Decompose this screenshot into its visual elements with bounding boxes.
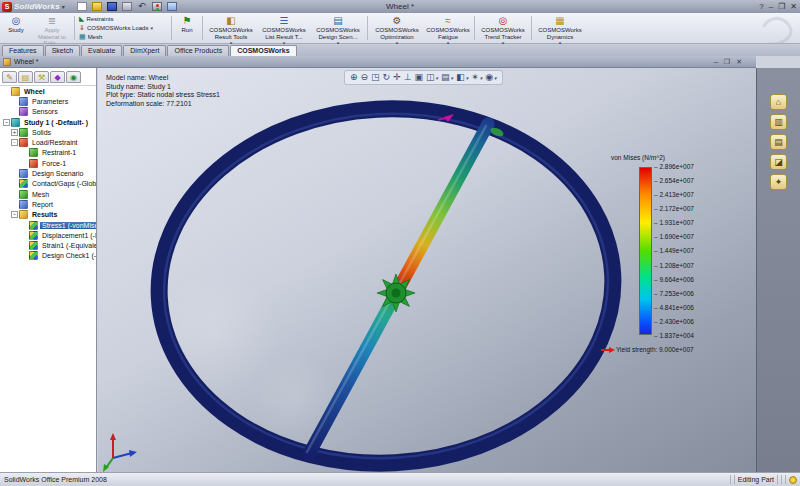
- file-explorer-icon: ▤: [774, 137, 783, 147]
- normal-to-icon[interactable]: ⊥: [404, 71, 412, 84]
- appearance-icon[interactable]: ✶: [471, 71, 479, 84]
- propertymanager-tab[interactable]: ▤: [18, 71, 33, 83]
- tree-item-contact-gaps[interactable]: Contact/Gaps (-Global: Bo: [0, 179, 96, 189]
- cosmosworks-loads-button[interactable]: ⇓ COSMOSWorks Loads ▾: [79, 24, 167, 33]
- doc-close-button[interactable]: ✕: [736, 58, 742, 66]
- tree-item-parameters[interactable]: Parameters: [0, 96, 96, 106]
- design-library-button[interactable]: ▥: [770, 114, 787, 130]
- chevron-down-icon[interactable]: ▾: [436, 75, 439, 81]
- chevron-down-icon[interactable]: ▾: [480, 75, 483, 81]
- tree-item-restraint1[interactable]: Restraint-1: [0, 148, 96, 158]
- view-orientation-icon[interactable]: ▤: [441, 71, 450, 84]
- task-pane: ⌂ ▥ ▤ ◪ ✦: [756, 68, 800, 472]
- maximize-button[interactable]: ❐: [778, 2, 785, 11]
- tree-item-strain1[interactable]: Strain1 (-Equivalent-): [0, 240, 96, 250]
- scene-icon[interactable]: ◉: [485, 71, 493, 84]
- mesh-icon: [19, 190, 28, 199]
- design-scenario-button[interactable]: ▤ COSMOSWorks Design Scen... ▾: [311, 13, 365, 43]
- expander[interactable]: +: [11, 129, 18, 136]
- rotate-view-icon[interactable]: ↻: [383, 71, 391, 84]
- zoom-out-icon[interactable]: ⊖: [361, 71, 369, 84]
- chevron-down-icon[interactable]: ▾: [451, 75, 454, 81]
- tab-dimxpert[interactable]: DimXpert: [123, 45, 166, 56]
- design-library-icon: ▥: [774, 117, 783, 127]
- solidworks-resources-button[interactable]: ⌂: [770, 94, 787, 110]
- section-view-icon[interactable]: ◫: [426, 71, 435, 84]
- yield-strength-label: Yield strength: 9.000e+007: [616, 346, 694, 353]
- tab-office-products[interactable]: Office Products: [167, 45, 229, 56]
- tree-item-load-restraint[interactable]: - Load/Restraint: [0, 137, 96, 147]
- tab-cosmosworks[interactable]: COSMOSWorks: [230, 45, 296, 56]
- main-area: ✎ ▤ ⚒ ◆ ◉ Wheel Parameters Sensors: [0, 68, 800, 472]
- tree-item-study1[interactable]: - Study 1 ( -Default- ): [0, 117, 96, 127]
- view-palette-icon: ◪: [774, 157, 783, 167]
- zoom-fit-icon[interactable]: ◳: [371, 71, 380, 84]
- mesh-button[interactable]: ▦ Mesh: [79, 33, 167, 42]
- plot-info: Model name: Wheel Study name: Study 1 Pl…: [106, 74, 220, 108]
- tree-item-force1[interactable]: Force-1: [0, 158, 96, 168]
- loads-group: ◣ Restraints ⇓ COSMOSWorks Loads ▾ ▦ Mes…: [77, 13, 169, 43]
- file-explorer-button[interactable]: ▤: [770, 134, 787, 150]
- chevron-down-icon[interactable]: ▾: [494, 75, 497, 81]
- doc-restore-button[interactable]: ❐: [724, 58, 730, 66]
- load-restraint-icon: [19, 138, 28, 147]
- list-result-button[interactable]: ☰ COSMOSWorks List Result T... ▾: [257, 13, 311, 43]
- tree-item-design-scenario[interactable]: Design Scenario: [0, 168, 96, 178]
- study-icon: ◎: [12, 15, 21, 26]
- configurationmanager-tab[interactable]: ⚒: [34, 71, 49, 83]
- dimxpertmanager-tab[interactable]: ◆: [50, 71, 65, 83]
- result-tools-button[interactable]: ◧ COSMOSWorks Result Tools ▾: [205, 13, 257, 43]
- study-button[interactable]: ◎ Study: [0, 13, 32, 43]
- doc-minimize-button[interactable]: –: [714, 58, 718, 66]
- tree-item-results[interactable]: - Results: [0, 210, 96, 220]
- dynamics-button[interactable]: ▦ COSMOSWorks Dynamics ▾: [534, 13, 586, 43]
- fatigue-button[interactable]: ≈ COSMOSWorks Fatigue ▾: [424, 13, 472, 43]
- tree-item-displacement1[interactable]: Displacement1 (-Res d: [0, 230, 96, 240]
- design-scenario-icon: [19, 169, 28, 178]
- dassault-watermark: [754, 15, 794, 42]
- editing-mode-label: Editing Part: [738, 476, 774, 483]
- quick-tips-icon[interactable]: [789, 476, 797, 484]
- tree-item-sensors[interactable]: Sensors: [0, 107, 96, 117]
- custom-properties-button[interactable]: ✦: [770, 174, 787, 190]
- expander[interactable]: -: [11, 211, 18, 218]
- list-result-icon: ☰: [280, 15, 289, 26]
- loads-dropdown-icon[interactable]: ▾: [150, 25, 153, 31]
- tree-item-report[interactable]: Report: [0, 199, 96, 209]
- model-name: Model name: Wheel: [106, 74, 220, 83]
- solidworks-window: S SolidWorks ▾ ↶ Wheel * ? – ❐ ✕ ◎ Study…: [0, 0, 800, 486]
- help-button[interactable]: ?: [759, 2, 763, 11]
- trend-tracker-button[interactable]: ◎ COSMOSWorks Trend Tracker ▾: [477, 13, 529, 43]
- apply-material-button[interactable]: ≣ Apply Material to Sele...: [32, 13, 72, 43]
- standard-views-icon[interactable]: ▣: [415, 71, 424, 84]
- design-scenario-icon: ▤: [333, 15, 342, 26]
- featuremanager-tab[interactable]: ✎: [2, 71, 17, 83]
- display-style-icon[interactable]: ◧: [456, 71, 465, 84]
- expander[interactable]: -: [3, 119, 10, 126]
- cosmosworks-manager-tab[interactable]: ◉: [66, 71, 81, 83]
- graphics-viewport[interactable]: ⊕ ⊖ ◳ ↻ ✛ ⊥ ▣ ◫▾ ▤▾ ◧▾ ✶▾ ◉▾ Model name:…: [98, 68, 756, 472]
- restraints-button[interactable]: ◣ Restraints: [79, 15, 167, 24]
- tree-item-stress1[interactable]: Stress1 (-vonMises: [0, 220, 96, 230]
- expander[interactable]: -: [11, 139, 18, 146]
- chevron-down-icon[interactable]: ▾: [466, 75, 469, 81]
- run-button[interactable]: ⚑ Run: [174, 13, 200, 43]
- report-icon: [19, 200, 28, 209]
- pan-icon[interactable]: ✛: [393, 71, 401, 84]
- tab-features[interactable]: Features: [2, 45, 44, 56]
- deformation-scale: Deformation scale: 77.2101: [106, 100, 220, 109]
- part-icon: [3, 58, 11, 66]
- tree-item-solids[interactable]: + Solids: [0, 127, 96, 137]
- tab-evaluate[interactable]: Evaluate: [81, 45, 122, 56]
- zoom-in-icon[interactable]: ⊕: [350, 71, 358, 84]
- tree-item-wheel[interactable]: Wheel: [0, 86, 96, 96]
- minimize-button[interactable]: –: [769, 2, 773, 11]
- tree-item-mesh[interactable]: Mesh: [0, 189, 96, 199]
- tab-sketch[interactable]: Sketch: [45, 45, 80, 56]
- view-palette-button[interactable]: ◪: [770, 154, 787, 170]
- close-button[interactable]: ✕: [790, 2, 797, 11]
- optimization-button[interactable]: ⚙ COSMOSWorks Optimization ▾: [370, 13, 424, 43]
- parameters-icon: [19, 97, 28, 106]
- results-folder-icon: [19, 210, 28, 219]
- tree-item-design-check1[interactable]: Design Check1 (-FOS-: [0, 251, 96, 261]
